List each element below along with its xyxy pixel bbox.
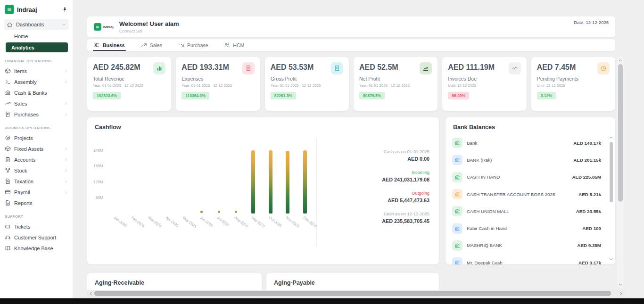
welcome-brand: In Indraaj <box>94 23 114 31</box>
tab-purchase[interactable]: Purchase <box>178 39 208 51</box>
assembly-icon <box>5 79 11 85</box>
sidebar-item-label: Assembly <box>14 79 37 85</box>
kpi-label: Total Revenue <box>93 76 165 82</box>
tab-bar: BusinessSalesPurchaseHCM <box>87 39 615 51</box>
x-axis-label: Apr-2025 <box>165 215 179 228</box>
tab-sales[interactable]: Sales <box>141 39 162 51</box>
sidebar-item-label: Taxation <box>14 179 33 184</box>
x-axis-label: Aug-2025 <box>233 215 248 229</box>
sidebar-item-analytics[interactable]: Analytics <box>6 42 68 52</box>
ticket-icon <box>5 223 11 230</box>
bank-icon <box>452 206 462 216</box>
chevron-right-icon <box>64 80 68 84</box>
sidebar-item-assembly[interactable]: Assembly <box>4 76 69 87</box>
chart-slot: Dec-2025 <box>297 148 314 214</box>
cashflow-stat-value: AED 235,583,705.45 <box>317 218 429 224</box>
cashflow-bar <box>251 150 255 214</box>
horizontal-scrollbar[interactable] <box>87 290 625 297</box>
file-icon <box>5 200 11 206</box>
vertical-scrollbar[interactable] <box>617 57 624 288</box>
invoice-icon <box>242 62 255 74</box>
bank-icon <box>452 138 462 148</box>
sidebar-item-taxation[interactable]: Taxation <box>4 176 69 187</box>
bank-account-row[interactable]: Kabir Cash in HandAED 100 <box>452 220 601 237</box>
grid-icon <box>94 42 100 48</box>
brand-name: Indraaj <box>17 6 59 13</box>
scroll-down-icon[interactable] <box>609 257 613 262</box>
bank-account-row[interactable]: CASH TRANSFER ACCOUNT BOSS 2025AED 5.21k <box>452 186 601 203</box>
sidebar-item-home[interactable]: Home <box>4 31 69 41</box>
scroll-down-icon[interactable] <box>618 282 623 287</box>
cashflow-stat: Cash as on 12-12-2025AED 235,583,705.45 <box>317 212 429 224</box>
kpi-period: Year: 01-01-2025 - 12-12-2025 <box>182 83 254 88</box>
cashflow-card: Cashflow 240M180M120M60M Jan-2025Feb-202… <box>87 117 439 264</box>
chart-slot: Apr-2025 <box>159 148 176 214</box>
bank-account-amount: AED 100 <box>582 226 601 231</box>
bank-account-row[interactable]: BankAED 140.17k <box>452 134 601 151</box>
bank-account-name: MASHRIQ BANK <box>467 243 502 248</box>
sidebar-item-label: Dashboards <box>16 22 44 27</box>
chart-slot: Jul-2025 <box>210 148 228 214</box>
sidebar-item-payroll[interactable]: Payroll <box>4 187 69 197</box>
trend-down-icon <box>178 42 184 48</box>
cashflow-stat-value: AED 241,031,179.08 <box>317 177 429 182</box>
scroll-up-icon[interactable] <box>618 58 623 63</box>
sidebar-item-label: Items <box>14 68 27 74</box>
cashflow-stat-value: AED 5,447,473.63 <box>317 197 429 203</box>
bank-scrollbar-thumb[interactable] <box>610 142 613 202</box>
tab-business[interactable]: Business <box>94 39 125 51</box>
sidebar-item-cash-banks[interactable]: Cash & Banks <box>4 87 69 98</box>
sidebar-item-fixed-assets[interactable]: Fixed Assets <box>4 143 69 154</box>
kpi-row: AED 245.82MTotal RevenueYear: 01-01-2025… <box>87 57 615 111</box>
sidebar-item-projects[interactable]: Projects <box>4 132 69 143</box>
sidebar-item-accounts[interactable]: Accounts <box>4 154 69 165</box>
bank-icon <box>452 155 462 165</box>
content-column: In Indraaj Welcome! User alam Connect So… <box>87 0 615 297</box>
y-axis-label: 60M <box>96 195 103 200</box>
bank-scrollbar[interactable] <box>608 135 614 262</box>
sidebar-item-customer-support[interactable]: Customer Support <box>4 232 69 243</box>
sidebar-item-sales[interactable]: Sales <box>4 98 69 109</box>
sidebar-item-knowledge-base[interactable]: Knowledge Base <box>4 243 69 254</box>
sidebar-item-stock[interactable]: Stock <box>4 165 69 176</box>
cashflow-bar <box>303 150 307 214</box>
horizontal-scrollbar-thumb[interactable] <box>94 291 611 296</box>
cashflow-stat-label: Cash as on 01-01-2025 <box>317 149 429 154</box>
scroll-right-icon[interactable] <box>619 291 623 296</box>
sidebar-item-reports[interactable]: Reports <box>4 197 69 208</box>
kpi-value: AED 7.45M <box>537 63 576 72</box>
cashflow-y-axis: 240M180M120M60M <box>87 148 105 214</box>
kpi-period: Year: 01-01-2025 - 12-12-2025 <box>93 83 165 88</box>
sidebar-item-items[interactable]: Items <box>4 66 69 76</box>
bank-account-row[interactable]: BANK (Rak)AED 201.15k <box>452 151 601 168</box>
clipboard-icon <box>5 156 11 163</box>
scroll-left-icon[interactable] <box>89 291 93 296</box>
tab-label: HCM <box>233 42 244 48</box>
kpi-badge: 3.12% <box>537 92 556 99</box>
bank-account-row[interactable]: Mr. Deepak CashAED 3.17k <box>452 254 601 264</box>
x-axis-label: May-2025 <box>182 215 198 229</box>
bank-icon <box>452 172 462 182</box>
bank-account-amount: AED 225.85M <box>572 174 601 180</box>
tab-hcm[interactable]: HCM <box>224 39 244 51</box>
pin-icon[interactable] <box>62 7 68 13</box>
vertical-scrollbar-thumb[interactable] <box>618 64 623 202</box>
brand: In Indraaj <box>4 3 69 19</box>
sidebar-item-tickets[interactable]: Tickets <box>4 221 69 232</box>
sidebar-item-purchases[interactable]: Purchases <box>4 109 69 120</box>
chevron-right-icon <box>64 113 68 116</box>
kpi-badge: 96.20% <box>448 92 469 99</box>
bank-account-row[interactable]: CASH IN HANDAED 225.85M <box>452 169 601 186</box>
kpi-value: AED 53.53M <box>271 63 314 72</box>
sidebar-item-label: Purchases <box>14 112 39 117</box>
bank-account-row[interactable]: MASHRIQ BANKAED 9.35M <box>452 237 601 254</box>
charts-row: Cashflow 240M180M120M60M Jan-2025Feb-202… <box>87 117 615 264</box>
kpi-top: AED 245.82M <box>93 63 165 74</box>
bank-account-row[interactable]: CASH UNION MALLAED 23.55k <box>452 203 601 220</box>
sidebar-item-dashboards[interactable]: Dashboards <box>4 19 69 30</box>
scroll-up-icon[interactable] <box>609 135 613 140</box>
kpi-period: Year: 01-01-2025 - 12-12-2025 <box>271 83 343 88</box>
cashflow-stat-label: Cash as on 12-12-2025 <box>317 212 429 216</box>
x-axis-label: Oct-2025 <box>268 215 282 228</box>
headset-icon <box>5 234 11 240</box>
